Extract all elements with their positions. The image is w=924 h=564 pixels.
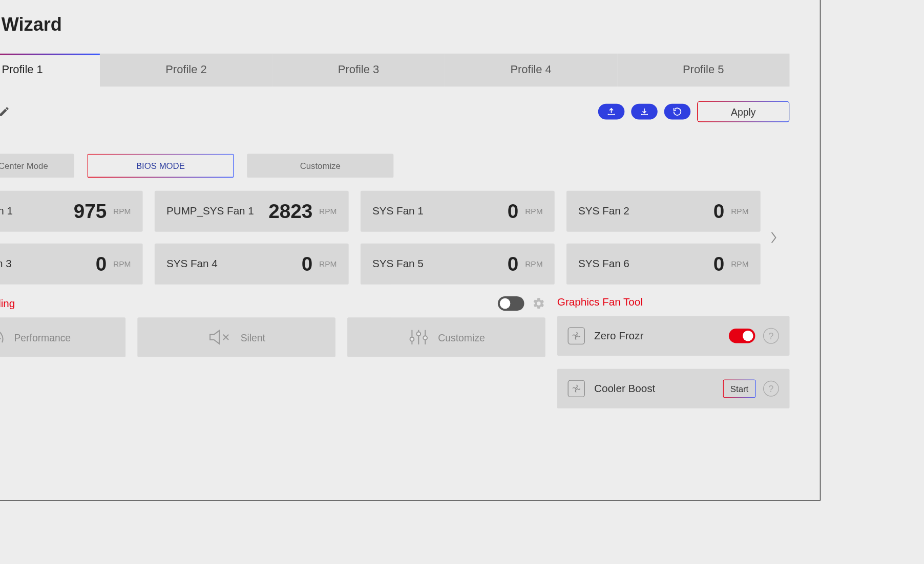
start-label: Start bbox=[730, 384, 748, 394]
export-button[interactable] bbox=[598, 104, 625, 120]
reset-button[interactable] bbox=[664, 104, 691, 120]
profile-tab-3[interactable]: Profile 3 bbox=[272, 54, 445, 86]
svg-point-28 bbox=[576, 388, 577, 389]
fans-next-button[interactable] bbox=[766, 218, 782, 257]
fan-name: SYS Fan 4 bbox=[166, 258, 218, 270]
profile-tab-label: Profile 1 bbox=[2, 63, 43, 77]
fan-card[interactable]: PUMP_SYS Fan 1 2823 RPM bbox=[155, 191, 349, 232]
fan-card[interactable]: SYS Fan 2 0 RPM bbox=[566, 191, 761, 232]
fan-card[interactable]: SYS Fan 4 0 RPM bbox=[155, 244, 349, 285]
fan-rpm-unit: RPM bbox=[319, 259, 337, 269]
frozr-mode-performance[interactable]: Performance bbox=[0, 317, 125, 357]
frozr-toggle[interactable] bbox=[498, 296, 524, 311]
fan-name: SYS Fan 3 bbox=[0, 258, 12, 270]
profile-tab-label: Profile 3 bbox=[338, 63, 379, 77]
fan-rpm-unit: RPM bbox=[525, 259, 542, 269]
fan-card[interactable]: SYS Fan 5 0 RPM bbox=[361, 244, 555, 285]
fan-rpm-value: 0 bbox=[713, 253, 725, 275]
fan-rpm-unit: RPM bbox=[113, 259, 131, 269]
profile-tab-1[interactable]: Profile 1 bbox=[0, 54, 100, 86]
svg-point-24 bbox=[410, 337, 414, 341]
mode-label: BIOS MODE bbox=[136, 161, 185, 170]
fan-rpm-value: 0 bbox=[508, 253, 519, 275]
fan-name: CPU Fan 1 bbox=[0, 205, 13, 217]
fan-rpm-value: 0 bbox=[713, 200, 725, 223]
fan-icon bbox=[568, 380, 585, 398]
fan-card[interactable]: SYS Fan 3 0 RPM bbox=[0, 244, 143, 285]
download-icon bbox=[639, 106, 650, 117]
fan-rpm-unit: RPM bbox=[525, 207, 542, 216]
mute-icon bbox=[207, 328, 231, 346]
chevron-right-icon bbox=[769, 230, 779, 246]
frozr-mode-label: Performance bbox=[14, 332, 71, 343]
fan-rpm-value: 0 bbox=[508, 200, 519, 223]
gfx-section-label: Graphics Fan Tool bbox=[557, 296, 790, 308]
fan-icon bbox=[568, 327, 585, 344]
zero-frozr-toggle[interactable] bbox=[729, 329, 755, 343]
frozr-section-label: FROZR AI Cooling bbox=[0, 297, 15, 309]
zero-frozr-label: Zero Frozr bbox=[594, 330, 643, 342]
fan-name: SYS Fan 1 bbox=[372, 205, 424, 217]
mode-customize[interactable]: Customize bbox=[247, 154, 393, 178]
profile-tab-label: Profile 5 bbox=[683, 63, 724, 77]
help-icon[interactable]: ? bbox=[763, 328, 779, 344]
fan-rpm-unit: RPM bbox=[319, 207, 337, 216]
motherboard-section-label: Motherboard bbox=[0, 134, 789, 146]
profile-tab-5[interactable]: Profile 5 bbox=[617, 54, 790, 86]
reset-icon bbox=[672, 106, 683, 117]
page-title: Cooling Wizard bbox=[0, 14, 789, 35]
fan-rpm-value: 0 bbox=[96, 253, 107, 275]
fan-name: PUMP_SYS Fan 1 bbox=[166, 205, 254, 217]
frozr-mode-label: Customize bbox=[438, 332, 485, 343]
fan-rpm-unit: RPM bbox=[113, 207, 131, 216]
cooler-boost-label: Cooler Boost bbox=[594, 383, 655, 395]
upload-icon bbox=[606, 106, 617, 117]
edit-icon[interactable] bbox=[0, 106, 10, 118]
profile-tab-2[interactable]: Profile 2 bbox=[100, 54, 272, 86]
fan-rpm-value: 2823 bbox=[268, 200, 312, 223]
apply-label: Apply bbox=[731, 106, 755, 117]
frozr-settings-icon[interactable] bbox=[532, 297, 545, 310]
profile-tab-4[interactable]: Profile 4 bbox=[445, 54, 617, 86]
zero-frozr-card: Zero Frozr ? bbox=[557, 316, 790, 356]
fan-card[interactable]: CPU Fan 1 975 RPM bbox=[0, 191, 143, 232]
mode-label: Follow MSI Center Mode bbox=[0, 161, 48, 170]
fan-rpm-unit: RPM bbox=[731, 207, 748, 216]
profile-tabs: Profile 1 Profile 2 Profile 3 Profile 4 … bbox=[0, 54, 789, 86]
fan-name: SYS Fan 2 bbox=[578, 205, 629, 217]
fan-rpm-value: 0 bbox=[302, 253, 313, 275]
fan-rpm-unit: RPM bbox=[731, 259, 748, 269]
cooler-boost-card: Cooler Boost Start ? bbox=[557, 369, 790, 408]
fan-card[interactable]: SYS Fan 6 0 RPM bbox=[566, 244, 761, 285]
frozr-mode-customize[interactable]: Customize bbox=[347, 317, 545, 357]
mode-label: Customize bbox=[300, 161, 341, 170]
svg-point-26 bbox=[423, 336, 427, 340]
profile-tab-label: Profile 2 bbox=[165, 63, 206, 77]
fan-grid: CPU Fan 1 975 RPMPUMP_SYS Fan 1 2823 RPM… bbox=[0, 191, 761, 285]
fan-rpm-value: 975 bbox=[74, 200, 107, 223]
gauge-icon bbox=[0, 328, 5, 346]
svg-point-25 bbox=[416, 332, 421, 336]
mode-bios[interactable]: BIOS MODE bbox=[87, 154, 234, 178]
frozr-mode-label: Silent bbox=[241, 332, 265, 343]
fan-name: SYS Fan 5 bbox=[372, 258, 424, 270]
apply-button[interactable]: Apply bbox=[697, 101, 789, 122]
frozr-mode-silent[interactable]: Silent bbox=[137, 317, 335, 357]
import-button[interactable] bbox=[631, 104, 658, 120]
fan-card[interactable]: SYS Fan 1 0 RPM bbox=[361, 191, 555, 232]
fan-name: SYS Fan 6 bbox=[578, 258, 629, 270]
profile-tab-label: Profile 4 bbox=[510, 63, 551, 77]
mode-follow-msi[interactable]: Follow MSI Center Mode bbox=[0, 154, 74, 178]
svg-point-27 bbox=[576, 335, 577, 337]
cooler-boost-start-button[interactable]: Start bbox=[724, 380, 755, 398]
help-icon[interactable]: ? bbox=[763, 381, 779, 397]
sliders-icon bbox=[408, 327, 429, 347]
svg-line-18 bbox=[0, 338, 1, 339]
